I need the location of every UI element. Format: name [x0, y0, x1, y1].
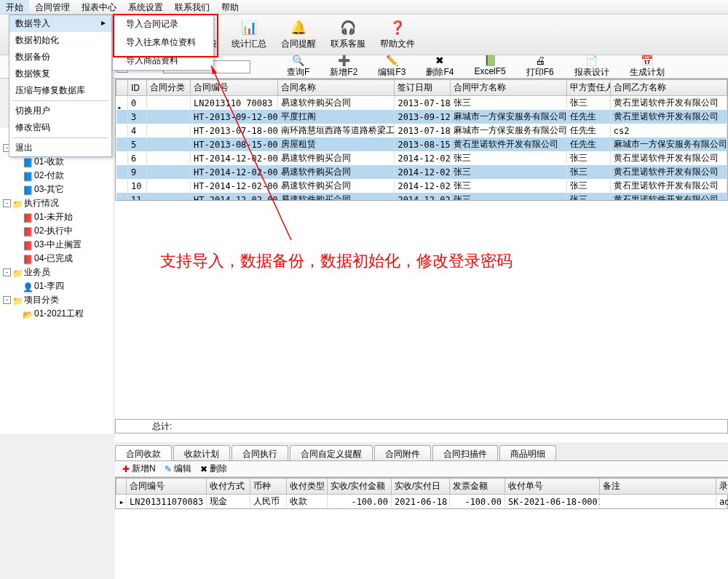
sb-新增F2[interactable]: ➕新增F2 [320, 55, 368, 79]
查询F-icon: 🔍 [292, 55, 304, 66]
expand-icon[interactable]: - [3, 296, 11, 304]
menu-合同管理[interactable]: 合同管理 [29, 0, 76, 14]
mi-数据备份[interactable]: 数据备份 [9, 49, 111, 65]
tree-01-李四[interactable]: 👤01-李四 [0, 279, 113, 293]
contract-grid[interactable]: ID合同分类合同编号合同名称签订日期合同甲方名称甲方责任人合同乙方名称0LN20… [115, 79, 728, 201]
tree-02-付款[interactable]: 📘02-付款 [0, 169, 113, 183]
table-row[interactable]: 11HT-2014-12-02-0006易速软件购买合同2014-12-02张三… [116, 193, 727, 201]
sb-删除F4[interactable]: ✖删除F4 [416, 55, 464, 79]
mi-退出[interactable]: 退出 [9, 140, 111, 156]
folder-icon: 📕 [23, 213, 33, 222]
smi-导入往来单位资料[interactable]: 导入往来单位资料 [113, 33, 213, 52]
合同提醒-icon: 🔔 [290, 19, 307, 36]
tb-统计汇总[interactable]: 📊统计汇总 [224, 17, 274, 52]
col-合同分类[interactable]: 合同分类 [147, 80, 191, 96]
mi-数据导入[interactable]: 数据导入▸ [9, 15, 111, 32]
col2-发票金额[interactable]: 发票金额 [450, 479, 505, 495]
col2-录入人[interactable]: 录入人 [716, 479, 729, 495]
sb-编辑F3[interactable]: ✏️编辑F3 [368, 55, 416, 79]
tree-01-2021工程[interactable]: 📂01-2021工程 [0, 307, 113, 321]
col-合同编号[interactable]: 合同编号 [191, 80, 278, 96]
tree-业务员[interactable]: -📁业务员 [0, 265, 113, 279]
tree-项目分类[interactable]: -📁项目分类 [0, 293, 113, 307]
smi-导入商品资料[interactable]: 导入商品资料 [113, 52, 213, 70]
total-row: 总计: [115, 419, 728, 434]
tab-商品明细[interactable]: 商品明细 [499, 445, 556, 460]
col-ID[interactable]: ID [128, 80, 147, 96]
detail-tabs: 合同收款收款计划合同执行合同自定义提醒合同附件合同扫描件商品明细 [115, 442, 728, 461]
col2-实收/实付日[interactable]: 实收/实付日 [392, 479, 450, 495]
tab-合同扫描件[interactable]: 合同扫描件 [432, 445, 498, 460]
col-合同名称[interactable]: 合同名称 [278, 80, 395, 96]
新增N-icon: ✚ [122, 464, 130, 474]
sb-查询F[interactable]: 🔍查询F [277, 55, 320, 79]
table-row[interactable]: 5HT-2013-08-15-0001房屋租赁2013-08-15黄石里诺软件开… [116, 137, 727, 151]
tree-执行情况[interactable]: -📁执行情况 [0, 196, 113, 210]
col-甲方责任人[interactable]: 甲方责任人 [566, 80, 610, 96]
tree-02-执行中[interactable]: 📕02-执行中 [0, 224, 113, 238]
col2-收付类型[interactable]: 收付类型 [287, 479, 328, 495]
mi-数据恢复[interactable]: 数据恢复 [9, 65, 111, 82]
menu-联系我们[interactable]: 联系我们 [169, 0, 215, 14]
table-row[interactable]: 4HT-2013-07-18-0001南环路慧垣西路等道路桥梁工程2013-07… [116, 124, 727, 137]
col2-备注[interactable]: 备注 [600, 479, 716, 495]
nav-tree[interactable]: 1-2021-📁收付类型📘01-收款📘02-付款📘03-其它-📁执行情况📕01-… [0, 128, 113, 434]
table-row[interactable]: 6HT-2014-12-02-0001易速软件购买合同2014-12-02张三张… [116, 151, 727, 165]
menu-报表中心[interactable]: 报表中心 [76, 0, 122, 14]
col2-合同编号[interactable]: 合同编号 [127, 479, 207, 495]
col2-实收/实付金额[interactable]: 实收/实付金额 [328, 479, 392, 495]
folder-icon: 📘 [23, 158, 33, 167]
tree-01-未开始[interactable]: 📕01-未开始 [0, 210, 113, 224]
生成计划-icon: 📅 [641, 55, 653, 66]
mi-数据初始化[interactable]: 数据初始化 [9, 32, 111, 49]
folder-icon: 📕 [23, 241, 33, 249]
col2-[interactable] [116, 479, 127, 495]
col-合同甲方名称[interactable]: 合同甲方名称 [450, 80, 566, 96]
table-row[interactable]: 0LN2013110 70083易速软件购买合同2013-07-18张三张三黄石… [116, 96, 727, 111]
btn-编辑[interactable]: ✎编辑 [165, 463, 191, 475]
table-row[interactable]: 10HT-2014-12-02-0005易速软件购买合同2014-12-02张三… [116, 179, 727, 193]
tab-合同收款[interactable]: 合同收款 [115, 445, 172, 460]
menu-帮助[interactable]: 帮助 [215, 0, 245, 14]
tree-03-其它[interactable]: 📘03-其它 [0, 183, 113, 196]
sb-生成计划[interactable]: 📅生成计划 [620, 55, 675, 79]
annotation-text: 支持导入，数据备份，数据初始化，修改登录密码 [160, 250, 513, 272]
folder-icon: 📘 [23, 185, 33, 194]
tab-合同执行[interactable]: 合同执行 [232, 445, 288, 460]
menu-开始[interactable]: 开始 [0, 0, 29, 14]
tb-帮助文件[interactable]: ❓帮助文件 [373, 17, 422, 52]
table-row[interactable]: 9HT-2014-12-02-0004易速软件购买合同2014-12-02张三张… [116, 165, 727, 179]
sb-报表设计[interactable]: 📄报表设计 [564, 55, 620, 79]
编辑F3-icon: ✏️ [386, 55, 398, 66]
tab-合同附件[interactable]: 合同附件 [374, 445, 431, 460]
tab-收款计划[interactable]: 收款计划 [173, 445, 230, 460]
table-row[interactable]: ▸LN201311070083现金人民币收款-100.002021-06-18-… [116, 495, 729, 509]
sb-ExcelF5[interactable]: 📗ExcelF5 [464, 55, 515, 79]
expand-icon[interactable]: - [3, 268, 11, 276]
col2-收付方式[interactable]: 收付方式 [207, 479, 250, 495]
mi-切换用户[interactable]: 切换用户 [9, 103, 111, 119]
tb-联系客服[interactable]: 🎧联系客服 [323, 17, 373, 52]
folder-icon: 📂 [23, 310, 33, 319]
col-[interactable] [116, 80, 128, 96]
col-签订日期[interactable]: 签订日期 [395, 80, 450, 96]
col2-币种[interactable]: 币种 [250, 479, 287, 495]
folder-icon: 📁 [12, 296, 23, 305]
tb-合同提醒[interactable]: 🔔合同提醒 [274, 17, 323, 52]
menu-系统设置[interactable]: 系统设置 [122, 0, 169, 14]
expand-icon[interactable]: - [3, 199, 11, 207]
col2-收付单号[interactable]: 收付单号 [505, 479, 600, 495]
col-合同乙方名称[interactable]: 合同乙方名称 [610, 80, 727, 96]
mi-压缩与修复数据库[interactable]: 压缩与修复数据库 [9, 82, 111, 99]
smi-导入合同记录[interactable]: 导入合同记录 [113, 15, 213, 33]
btn-删除[interactable]: ✖删除 [200, 463, 227, 475]
tab-合同自定义提醒[interactable]: 合同自定义提醒 [290, 445, 373, 460]
table-row[interactable]: 3HT-2013-09-12-0001平度扛阁2013-09-12麻城市一方保安… [116, 110, 727, 124]
mi-修改密码[interactable]: 修改密码 [9, 119, 111, 136]
tree-04-已完成[interactable]: 📕04-已完成 [0, 252, 113, 265]
sb-打印F6[interactable]: 🖨打印F6 [516, 55, 564, 79]
编辑-icon: ✎ [165, 464, 172, 474]
tree-03-中止搁置[interactable]: 📕03-中止搁置 [0, 238, 113, 252]
payment-grid[interactable]: 合同编号收付方式币种收付类型实收/实付金额实收/实付日发票金额收付单号备注录入人… [115, 477, 728, 509]
btn-新增N[interactable]: ✚新增N [122, 463, 156, 475]
